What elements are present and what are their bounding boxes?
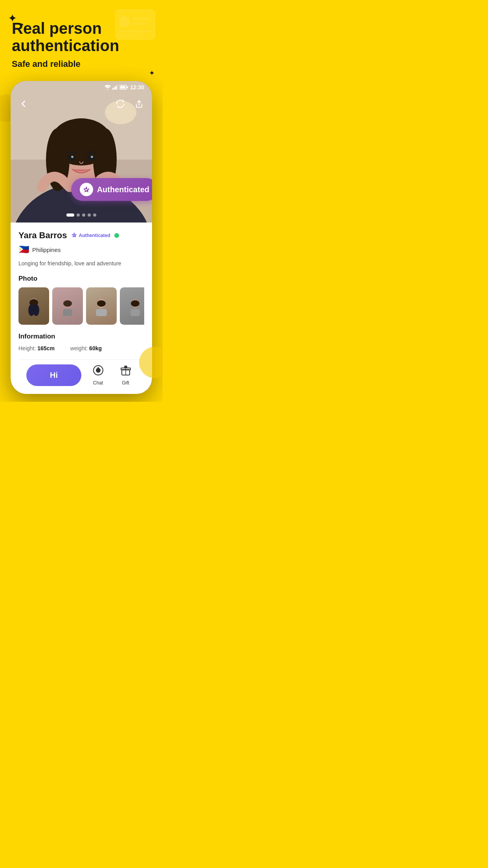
height-value: 165cm bbox=[37, 345, 55, 351]
weight-label: weight: bbox=[70, 345, 88, 351]
svg-point-35 bbox=[97, 300, 106, 307]
dot-4 bbox=[88, 213, 91, 217]
gift-label: Gift bbox=[122, 380, 129, 386]
svg-point-30 bbox=[33, 304, 39, 316]
battery-icon bbox=[119, 85, 128, 90]
gift-action[interactable]: Gift bbox=[115, 365, 136, 386]
profile-name: Yara Barros bbox=[18, 230, 67, 241]
svg-point-42 bbox=[97, 367, 99, 369]
auth-tag-icon bbox=[71, 232, 77, 239]
dot-5 bbox=[93, 213, 96, 217]
svg-rect-2 bbox=[132, 18, 150, 20]
id-card-decoration bbox=[114, 8, 157, 43]
status-icons bbox=[105, 85, 128, 90]
svg-rect-8 bbox=[114, 87, 115, 90]
svg-point-32 bbox=[63, 300, 72, 307]
svg-rect-12 bbox=[120, 86, 125, 88]
height-label: Height: bbox=[18, 345, 36, 351]
info-row: Height: 165cm weight: 60kg bbox=[18, 345, 144, 351]
profile-bio: Longing for friendship, love and adventu… bbox=[18, 259, 144, 268]
svg-point-6 bbox=[107, 89, 108, 90]
photo-thumb-placeholder-3 bbox=[86, 287, 117, 325]
svg-rect-5 bbox=[117, 35, 143, 37]
image-dots-indicator bbox=[66, 213, 96, 217]
flag-icon: 🇵🇭 bbox=[18, 245, 29, 255]
chat-action[interactable]: Chat bbox=[87, 365, 109, 386]
weight-value: 60kg bbox=[89, 345, 102, 351]
svg-point-25 bbox=[71, 156, 73, 158]
profile-country: 🇵🇭 Philippines bbox=[18, 245, 144, 255]
authenticated-badge: Authenticated bbox=[71, 178, 152, 201]
profile-name-row: Yara Barros Authenticated bbox=[18, 230, 144, 241]
dot-3 bbox=[82, 213, 85, 217]
photo-thumb-1[interactable] bbox=[18, 287, 49, 325]
back-button[interactable] bbox=[17, 97, 31, 111]
profile-info-card: Yara Barros Authenticated � bbox=[11, 223, 152, 394]
svg-rect-3 bbox=[132, 22, 146, 24]
auth-badge-text: Authenticated bbox=[97, 185, 149, 194]
status-bar: 12:30 bbox=[11, 81, 152, 94]
photo-thumb-2[interactable] bbox=[52, 287, 83, 325]
svg-rect-4 bbox=[117, 31, 151, 33]
svg-point-1 bbox=[119, 16, 130, 27]
svg-rect-10 bbox=[117, 85, 118, 90]
svg-rect-13 bbox=[127, 86, 128, 88]
info-section: Information Height: 165cm weight: 60kg bbox=[18, 333, 144, 359]
phone-mockup: 12:30 bbox=[11, 81, 152, 394]
svg-rect-7 bbox=[112, 88, 114, 90]
page-wrapper: ✦ ✦ ✦ Real person authentication Safe an… bbox=[0, 0, 163, 402]
status-time: 12:30 bbox=[130, 84, 144, 90]
info-section-title: Information bbox=[18, 333, 144, 340]
photo-thumb-placeholder-4 bbox=[120, 287, 144, 325]
chat-icon bbox=[93, 365, 104, 379]
height-info: Height: 165cm bbox=[18, 345, 55, 351]
photos-grid bbox=[18, 287, 144, 325]
hi-button[interactable]: Hi bbox=[26, 364, 81, 386]
dot-1 bbox=[66, 213, 74, 217]
wifi-icon bbox=[105, 85, 111, 90]
gift-icon bbox=[120, 365, 131, 379]
svg-rect-33 bbox=[63, 309, 72, 316]
share-button[interactable] bbox=[132, 97, 146, 111]
svg-rect-36 bbox=[96, 309, 107, 316]
chat-label: Chat bbox=[93, 380, 103, 386]
phone-frame: 12:30 bbox=[11, 81, 152, 394]
auth-tag: Authenticated bbox=[71, 232, 110, 239]
bottom-action-bar: Hi Chat bbox=[18, 359, 144, 394]
photo-thumb-3[interactable] bbox=[86, 287, 117, 325]
photos-section: Photo bbox=[18, 275, 144, 325]
weight-info: weight: 60kg bbox=[70, 345, 102, 351]
sparkle-right-icon: ✦ bbox=[149, 69, 155, 77]
dot-2 bbox=[77, 213, 80, 217]
signal-icon bbox=[112, 85, 118, 90]
photo-thumb-placeholder-2 bbox=[52, 287, 83, 325]
photo-thumb-placeholder-1 bbox=[18, 287, 49, 325]
svg-rect-9 bbox=[116, 86, 117, 90]
auth-tag-text: Authenticated bbox=[79, 233, 110, 238]
refresh-button[interactable] bbox=[113, 97, 127, 111]
country-name: Philippines bbox=[32, 246, 61, 253]
svg-rect-39 bbox=[130, 309, 140, 316]
svg-point-38 bbox=[131, 300, 139, 307]
sparkle-small-icon: ✦ bbox=[20, 22, 24, 28]
sparkle-icon: ✦ bbox=[8, 12, 17, 25]
svg-point-26 bbox=[91, 156, 93, 158]
profile-image-area: Authenticated bbox=[11, 81, 152, 223]
online-status-dot bbox=[114, 233, 119, 238]
photos-section-title: Photo bbox=[18, 275, 144, 283]
auth-badge-icon bbox=[80, 183, 93, 196]
photo-thumb-4[interactable] bbox=[120, 287, 144, 325]
nav-actions bbox=[113, 97, 146, 111]
page-subtitle: Safe and reliable bbox=[12, 59, 151, 69]
header-section: ✦ ✦ ✦ Real person authentication Safe an… bbox=[0, 0, 163, 77]
